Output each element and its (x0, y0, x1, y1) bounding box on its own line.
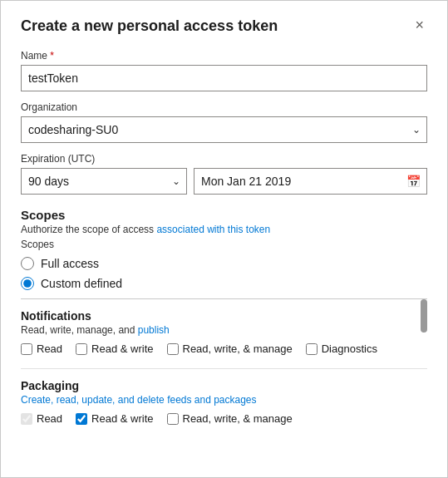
packaging-readwrite-label: Read & write (91, 412, 153, 425)
scope-divider (21, 368, 427, 369)
scrollbar-indicator (421, 299, 427, 333)
scopes-description: Authorize the scope of access associated… (21, 224, 427, 235)
date-input[interactable] (194, 168, 427, 195)
packaging-checkboxes: Read Read & write Read, write, & manage (21, 412, 417, 425)
scopes-sublabel: Scopes (21, 239, 427, 250)
notifications-read-checkbox[interactable] (21, 343, 32, 355)
custom-defined-radio[interactable] (21, 277, 34, 290)
organization-select[interactable]: codesharing-SU0 (21, 116, 427, 143)
notifications-title: Notifications (21, 309, 417, 323)
packaging-read-checkbox-item[interactable]: Read (21, 412, 62, 425)
packaging-desc: Create, read, update, and delete feeds a… (21, 394, 417, 406)
packaging-readwrite-checkbox-item[interactable]: Read & write (76, 412, 153, 425)
packaging-title: Packaging (21, 379, 417, 392)
dialog-header: Create a new personal access token × (21, 17, 427, 35)
notifications-read-label: Read (37, 342, 62, 355)
packaging-desc-link[interactable]: Create, read, update, and delete feeds a… (21, 394, 257, 406)
expiration-duration-select[interactable]: 30 days 60 days 90 days 180 days 1 year … (21, 168, 187, 195)
packaging-scope-section: Packaging Create, read, update, and dele… (21, 379, 427, 425)
full-access-radio[interactable] (21, 257, 34, 270)
expiration-field-group: Expiration (UTC) 30 days 60 days 90 days… (21, 153, 427, 195)
organization-select-wrapper: codesharing-SU0 ⌄ (21, 116, 427, 143)
notifications-diagnostics-label: Diagnostics (322, 342, 377, 355)
scopes-radio-group: Full access Custom defined (21, 257, 427, 290)
create-token-dialog: Create a new personal access token × Nam… (0, 0, 448, 478)
notifications-readwrite-label: Read & write (91, 342, 153, 355)
packaging-readwritemanage-checkbox[interactable] (167, 413, 179, 425)
dialog-title: Create a new personal access token (21, 17, 278, 35)
organization-field-group: Organization codesharing-SU0 ⌄ (21, 101, 427, 143)
notifications-publish-link[interactable]: publish (138, 324, 170, 336)
name-label: Name * (21, 50, 427, 62)
notifications-read-checkbox-item[interactable]: Read (21, 342, 62, 355)
close-button[interactable]: × (411, 17, 427, 32)
notifications-readwritemanage-checkbox[interactable] (167, 343, 179, 355)
packaging-readwritemanage-checkbox-item[interactable]: Read, write, & manage (167, 412, 293, 425)
custom-defined-label: Custom defined (41, 277, 122, 290)
notifications-readwritemanage-label: Read, write, & manage (183, 342, 293, 355)
scopes-desc-link[interactable]: associated with this token (156, 224, 270, 235)
notifications-readwrite-checkbox-item[interactable]: Read & write (76, 342, 153, 355)
notifications-scope-section: Notifications Read, write, manage, and p… (21, 309, 427, 355)
notifications-diagnostics-checkbox[interactable] (306, 343, 318, 355)
notifications-desc: Read, write, manage, and publish (21, 324, 417, 336)
notifications-readwritemanage-checkbox-item[interactable]: Read, write, & manage (167, 342, 293, 355)
custom-scopes-container: Notifications Read, write, manage, and p… (21, 298, 427, 438)
expiration-select-wrapper: 30 days 60 days 90 days 180 days 1 year … (21, 168, 187, 195)
date-input-wrapper: 📅 (194, 168, 427, 195)
full-access-radio-item[interactable]: Full access (21, 257, 427, 270)
expiration-row: 30 days 60 days 90 days 180 days 1 year … (21, 168, 427, 195)
expiration-label: Expiration (UTC) (21, 153, 427, 165)
scopes-title: Scopes (21, 208, 427, 222)
full-access-label: Full access (41, 257, 99, 270)
name-input[interactable] (21, 65, 427, 91)
scopes-section: Scopes Authorize the scope of access ass… (21, 208, 427, 438)
packaging-read-checkbox[interactable] (21, 413, 32, 425)
notifications-diagnostics-checkbox-item[interactable]: Diagnostics (306, 342, 377, 355)
packaging-readwritemanage-label: Read, write, & manage (183, 412, 293, 425)
name-field-group: Name * (21, 50, 427, 91)
custom-defined-radio-item[interactable]: Custom defined (21, 277, 427, 290)
notifications-checkboxes: Read Read & write Read, write, & manage … (21, 342, 417, 355)
organization-label: Organization (21, 101, 427, 113)
packaging-readwrite-checkbox[interactable] (76, 413, 87, 425)
notifications-readwrite-checkbox[interactable] (76, 343, 87, 355)
packaging-read-label: Read (37, 412, 62, 425)
